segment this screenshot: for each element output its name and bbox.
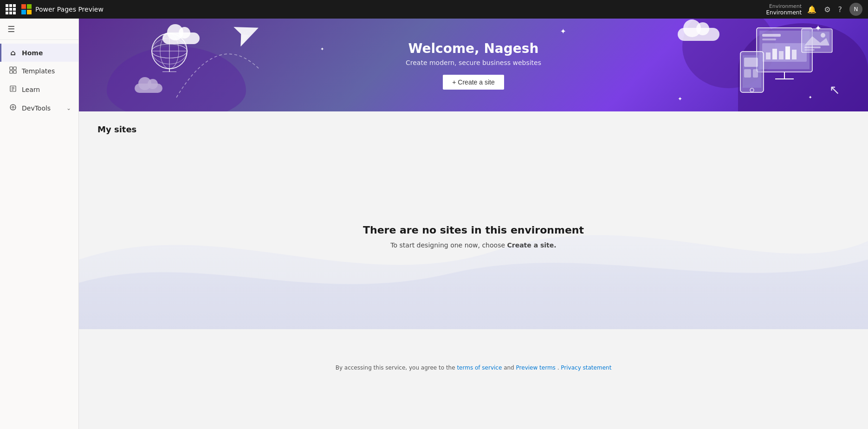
footer: By accessing this service, you agree to … xyxy=(79,357,868,378)
sidebar-item-templates[interactable]: Templates xyxy=(0,62,78,80)
paper-plane-icon xyxy=(233,19,263,48)
ms-logo-grid xyxy=(21,4,32,14)
globe-illustration xyxy=(149,30,190,74)
svg-rect-1 xyxy=(13,67,16,70)
sidebar-item-devtools[interactable]: DevTools ⌄ xyxy=(0,99,78,117)
hero-title: Welcome, Nagesh xyxy=(406,41,541,56)
devices-illustration xyxy=(743,26,826,102)
microsoft-logo: Power Pages Preview xyxy=(21,4,104,14)
privacy-statement-link[interactable]: Privacy statement xyxy=(561,364,611,371)
svg-rect-25 xyxy=(757,28,812,72)
svg-rect-2 xyxy=(10,71,13,73)
settings-icon[interactable]: ⚙ xyxy=(824,5,830,14)
cloud-decoration-3 xyxy=(678,28,719,41)
hero-banner: ✦ ✦ ✦ ✦ ✦ xyxy=(79,19,868,111)
notification-icon[interactable]: 🔔 xyxy=(807,5,816,14)
sidebar-nav: ⌂ Home Templates xyxy=(0,40,78,121)
svg-rect-48 xyxy=(804,49,815,51)
app-title: Power Pages Preview xyxy=(35,6,104,13)
environment-name: Environment xyxy=(766,9,802,16)
waffle-menu[interactable] xyxy=(6,4,16,14)
preview-terms-link[interactable]: Preview terms xyxy=(516,364,556,371)
svg-rect-41 xyxy=(753,69,758,78)
svg-rect-32 xyxy=(779,51,784,59)
svg-rect-3 xyxy=(13,71,16,73)
cloud-decoration-1 xyxy=(162,32,200,44)
cloud-decoration-2 xyxy=(135,84,162,93)
chevron-down-icon: ⌄ xyxy=(66,105,71,111)
sidebar-item-devtools-label: DevTools xyxy=(22,104,51,112)
svg-rect-27 xyxy=(762,34,781,37)
top-bar: Power Pages Preview Environment Environm… xyxy=(0,0,868,19)
create-site-button[interactable]: + Create a site xyxy=(443,75,504,90)
svg-rect-37 xyxy=(740,52,764,92)
sparkle-icon-4: ✦ xyxy=(815,23,822,33)
terms-of-service-link[interactable]: terms of service xyxy=(457,364,502,371)
cursor-icon: ↖ xyxy=(829,82,840,98)
avatar[interactable]: N xyxy=(849,3,862,16)
sidebar-item-home[interactable]: ⌂ Home xyxy=(0,44,78,62)
sparkle-icon-5: ✦ xyxy=(809,95,812,100)
sparkle-icon-3: ✦ xyxy=(678,96,682,102)
environment-label: Environment xyxy=(769,3,802,9)
main-content: ✦ ✦ ✦ ✦ ✦ xyxy=(79,19,868,429)
svg-rect-31 xyxy=(772,49,777,59)
empty-state-title: There are no sites in this environment xyxy=(363,224,584,236)
svg-rect-39 xyxy=(744,58,758,67)
svg-rect-40 xyxy=(744,69,751,78)
my-sites-title: My sites xyxy=(97,124,849,134)
empty-state-cta-text: Create a site. xyxy=(507,241,556,249)
svg-point-22 xyxy=(160,33,179,69)
svg-rect-0 xyxy=(10,67,13,70)
top-bar-actions: 🔔 ⚙ ? N xyxy=(807,3,862,16)
sidebar: ☰ ⌂ Home Templates xyxy=(0,19,79,429)
svg-rect-34 xyxy=(792,50,797,59)
svg-rect-26 xyxy=(759,31,810,69)
learn-icon xyxy=(9,85,17,94)
svg-marker-45 xyxy=(804,36,829,46)
dashed-path-decoration xyxy=(172,42,265,102)
hero-subtitle: Create modern, secure business websites xyxy=(406,59,541,66)
templates-icon xyxy=(9,66,17,76)
svg-rect-43 xyxy=(802,29,832,52)
empty-state-content: There are no sites in this environment T… xyxy=(363,224,584,249)
home-icon: ⌂ xyxy=(9,48,17,57)
empty-state-desc-prefix: To start designing one now, choose xyxy=(390,241,507,249)
svg-point-19 xyxy=(152,38,187,64)
svg-rect-30 xyxy=(766,52,771,59)
svg-point-42 xyxy=(750,88,754,92)
svg-rect-38 xyxy=(743,55,761,88)
environment-selector[interactable]: Environment Environment xyxy=(766,3,802,16)
svg-point-9 xyxy=(12,106,14,108)
svg-point-17 xyxy=(152,33,187,69)
svg-marker-15 xyxy=(237,32,252,46)
devtools-icon xyxy=(9,104,17,113)
sidebar-item-home-label: Home xyxy=(22,49,43,57)
hero-content: Welcome, Nagesh Create modern, secure bu… xyxy=(406,41,541,90)
sidebar-item-learn-label: Learn xyxy=(22,86,40,93)
svg-point-46 xyxy=(821,33,825,38)
my-sites-section: My sites xyxy=(79,111,868,143)
hamburger-button[interactable]: ☰ xyxy=(0,19,78,40)
svg-point-18 xyxy=(152,44,187,58)
help-icon[interactable]: ? xyxy=(838,5,842,14)
sidebar-item-learn[interactable]: Learn xyxy=(0,80,78,99)
svg-line-16 xyxy=(241,31,250,34)
footer-prefix: By accessing this service, you agree to … xyxy=(336,364,457,371)
empty-state-description: To start designing one now, choose Creat… xyxy=(363,241,584,249)
svg-rect-44 xyxy=(804,32,829,46)
sparkle-icon-1: ✦ xyxy=(560,27,566,36)
empty-state-area: There are no sites in this environment T… xyxy=(79,143,868,329)
svg-rect-29 xyxy=(762,43,807,62)
svg-marker-14 xyxy=(233,19,262,46)
svg-rect-33 xyxy=(785,46,790,59)
svg-rect-28 xyxy=(762,39,776,40)
footer-separator-1: and xyxy=(504,364,516,371)
sidebar-item-templates-label: Templates xyxy=(22,67,55,75)
sparkle-icon-2: ✦ xyxy=(320,46,324,52)
svg-rect-47 xyxy=(804,46,821,48)
